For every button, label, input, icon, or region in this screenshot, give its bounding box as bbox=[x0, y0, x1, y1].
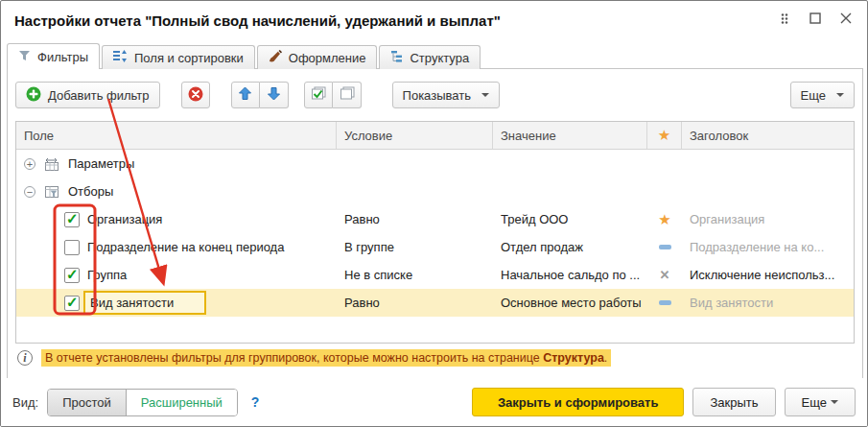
filters-panel: Добавить фильтр bbox=[7, 68, 863, 379]
dash-icon bbox=[659, 300, 671, 305]
move-buttons bbox=[231, 82, 289, 108]
info-icon: i bbox=[17, 350, 33, 366]
tab-appearance[interactable]: Оформление bbox=[257, 45, 378, 69]
info-text: В отчете установлены фильтры для группир… bbox=[41, 349, 611, 367]
group-row-selections[interactable]: − Отборы bbox=[16, 178, 854, 205]
paintbrush-icon bbox=[269, 50, 282, 65]
add-filter-button[interactable]: Добавить фильтр bbox=[15, 82, 160, 108]
condition-cell: Равно bbox=[337, 289, 493, 317]
check-all-icon bbox=[310, 86, 326, 104]
column-header-star bbox=[647, 122, 682, 149]
column-header-title: Заголовок bbox=[682, 122, 854, 149]
cross-icon bbox=[660, 268, 670, 282]
star-icon bbox=[658, 211, 670, 228]
column-header-value: Значение bbox=[493, 122, 647, 149]
group-label: Параметры bbox=[68, 156, 134, 171]
toolbar-more-button[interactable]: Еще bbox=[790, 82, 855, 108]
filter-row-organization[interactable]: Организация Равно Трейд ООО Организация bbox=[16, 205, 854, 233]
check-buttons bbox=[304, 82, 362, 108]
group-label: Отборы bbox=[68, 184, 113, 199]
window-controls bbox=[777, 11, 854, 26]
field-label: Подразделение на конец периода bbox=[87, 240, 284, 254]
chevron-down-icon bbox=[836, 93, 844, 97]
show-dropdown-button[interactable]: Показывать bbox=[392, 82, 500, 108]
arrow-down-icon bbox=[267, 86, 281, 104]
condition-cell: Не в списке bbox=[337, 261, 493, 289]
selected-cell[interactable]: Вид занятости bbox=[83, 291, 206, 315]
parameters-icon bbox=[44, 157, 59, 171]
value-cell: Отдел продаж bbox=[493, 233, 647, 261]
row-checkbox[interactable] bbox=[64, 212, 80, 227]
move-up-button[interactable] bbox=[231, 82, 260, 108]
header-cell: Исключение неиспольз... bbox=[682, 261, 854, 289]
window-menu-icon[interactable] bbox=[777, 11, 792, 26]
condition-cell: В группе bbox=[337, 233, 493, 261]
delete-icon bbox=[188, 86, 203, 105]
filters-toolbar: Добавить фильтр bbox=[15, 82, 855, 108]
filter-row-employment-type[interactable]: Вид занятости Равно Основное место работ… bbox=[16, 289, 854, 317]
tab-fields-sorting[interactable]: Поля и сортировки bbox=[102, 45, 255, 69]
row-checkbox[interactable] bbox=[64, 296, 80, 311]
value-cell: Начальное сальдо по ... bbox=[493, 261, 647, 289]
value-cell: Основное место работы bbox=[493, 289, 647, 317]
selections-icon bbox=[44, 185, 59, 199]
collapse-icon[interactable]: − bbox=[24, 186, 35, 198]
filters-table: Поле Условие Значение Заголовок + Параме… bbox=[15, 121, 855, 344]
column-header-condition: Условие bbox=[337, 122, 493, 149]
close-icon[interactable] bbox=[838, 11, 854, 26]
check-all-button[interactable] bbox=[304, 82, 333, 108]
value-cell: Трейд ООО bbox=[493, 205, 647, 233]
chevron-down-icon bbox=[481, 93, 489, 97]
expand-icon[interactable]: + bbox=[24, 158, 35, 170]
filter-row-group[interactable]: Группа Не в списке Начальное сальдо по .… bbox=[16, 261, 854, 289]
add-icon bbox=[26, 86, 41, 105]
field-label: Группа bbox=[87, 268, 127, 282]
field-label: Организация bbox=[87, 212, 162, 226]
table-header: Поле Условие Значение Заголовок bbox=[16, 122, 854, 150]
filter-row-department[interactable]: Подразделение на конец периода В группе … bbox=[16, 233, 854, 261]
titlebar: Настройки отчета "Полный свод начислений… bbox=[1, 1, 867, 43]
arrow-up-icon bbox=[238, 86, 252, 104]
dash-icon bbox=[659, 245, 671, 249]
move-down-button[interactable] bbox=[260, 82, 289, 108]
chevron-down-icon bbox=[831, 400, 838, 404]
row-checkbox[interactable] bbox=[64, 268, 80, 283]
view-label: Вид: bbox=[12, 395, 38, 410]
tab-structure[interactable]: Структура bbox=[379, 45, 481, 69]
tab-filters[interactable]: Фильтры bbox=[7, 43, 100, 69]
group-row-parameters[interactable]: + Параметры bbox=[16, 150, 854, 178]
field-label: Вид занятости bbox=[90, 296, 174, 310]
column-header-field: Поле bbox=[16, 122, 337, 149]
row-checkbox[interactable] bbox=[64, 240, 80, 255]
condition-cell: Равно bbox=[337, 205, 493, 233]
star-icon bbox=[658, 127, 670, 144]
close-and-generate-button[interactable]: Закрыть и сформировать bbox=[472, 388, 685, 416]
header-cell: Вид занятости bbox=[682, 289, 854, 317]
maximize-icon[interactable] bbox=[808, 11, 823, 26]
uncheck-all-button[interactable] bbox=[333, 82, 362, 108]
help-link[interactable]: ? bbox=[251, 394, 260, 410]
funnel-icon bbox=[18, 50, 31, 64]
delete-filter-button[interactable] bbox=[181, 82, 210, 108]
header-cell: Организация bbox=[682, 205, 854, 233]
header-cell: Подразделение на ко... bbox=[682, 233, 854, 261]
structure-icon bbox=[390, 51, 403, 65]
report-settings-dialog: { "window": { "title": "Настройки отчета… bbox=[0, 0, 868, 427]
close-button[interactable]: Закрыть bbox=[692, 388, 775, 416]
dialog-title: Настройки отчета "Полный свод начислений… bbox=[14, 12, 501, 29]
view-advanced-button[interactable]: Расширенный bbox=[127, 390, 237, 415]
footer-more-button[interactable]: Еще bbox=[785, 388, 856, 416]
view-simple-button[interactable]: Простой bbox=[48, 390, 127, 415]
footer-bar: Вид: Простой Расширенный ? Закрыть и сфо… bbox=[1, 378, 867, 426]
info-message: i В отчете установлены фильтры для групп… bbox=[17, 349, 611, 367]
fields-sorting-icon bbox=[113, 50, 128, 65]
tab-bar: Фильтры Поля и сортировки Оформление Стр… bbox=[7, 43, 482, 69]
uncheck-all-icon bbox=[339, 86, 355, 104]
view-mode-switch: Простой Расширенный bbox=[47, 389, 238, 416]
